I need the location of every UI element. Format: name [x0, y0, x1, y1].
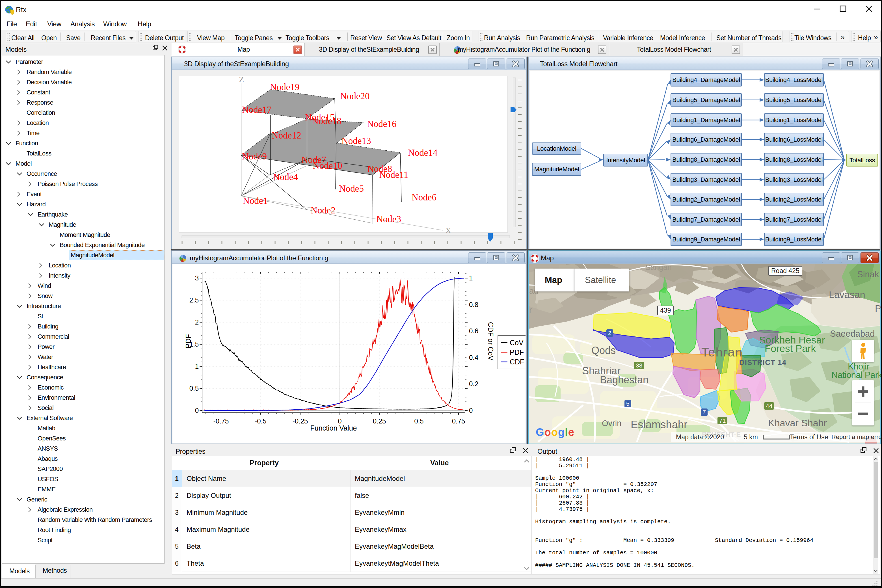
svg-text:PDF: PDF: [184, 334, 192, 348]
svg-text:0.5: 0.5: [189, 384, 199, 392]
svg-text:Function Value: Function Value: [310, 424, 357, 432]
svg-text:CDF: CDF: [510, 358, 524, 366]
svg-text:0: 0: [338, 417, 342, 425]
svg-text:-0.5: -0.5: [255, 417, 266, 425]
svg-text:CoV: CoV: [510, 339, 524, 346]
svg-text:0: 0: [469, 406, 472, 414]
svg-text:0: 0: [195, 406, 199, 414]
svg-text:Node9: Node9: [242, 151, 267, 161]
svg-text:Node19: Node19: [270, 82, 299, 92]
svg-text:Node6: Node6: [412, 192, 436, 202]
svg-text:2: 2: [195, 318, 199, 326]
svg-text:0.75: 0.75: [452, 417, 465, 425]
svg-text:0.8: 0.8: [469, 301, 478, 308]
svg-text:0.2: 0.2: [469, 380, 478, 388]
svg-text:Node14: Node14: [408, 148, 437, 158]
svg-text:-0.75: -0.75: [213, 417, 229, 425]
svg-text:-0.25: -0.25: [292, 417, 308, 425]
svg-text:0.25: 0.25: [373, 417, 386, 425]
svg-text:Node20: Node20: [340, 91, 369, 101]
svg-text:Node18: Node18: [312, 116, 341, 126]
svg-text:Node13: Node13: [342, 136, 371, 146]
svg-text:Node5: Node5: [339, 183, 364, 194]
svg-text:Node12: Node12: [272, 130, 301, 141]
svg-text:3: 3: [195, 274, 199, 282]
svg-text:1: 1: [195, 362, 199, 370]
svg-text:Node3: Node3: [376, 214, 401, 224]
svg-text:2.5: 2.5: [189, 296, 199, 304]
svg-text:Node16: Node16: [367, 119, 396, 129]
svg-text:PDF: PDF: [510, 348, 524, 356]
svg-text:1: 1: [469, 274, 472, 282]
svg-text:Node17: Node17: [242, 105, 272, 115]
svg-text:Node4: Node4: [273, 172, 298, 182]
svg-text:0.6: 0.6: [469, 327, 478, 335]
svg-text:Node11: Node11: [379, 170, 408, 180]
svg-text:0.5: 0.5: [414, 417, 423, 425]
svg-text:0.4: 0.4: [469, 354, 478, 361]
svg-text:CDF or CoV: CDF or CoV: [487, 322, 495, 360]
svg-text:Node1: Node1: [243, 196, 268, 206]
svg-text:Z: Z: [239, 76, 244, 84]
svg-text:Node2: Node2: [310, 205, 336, 215]
svg-text:Node10: Node10: [313, 160, 342, 171]
